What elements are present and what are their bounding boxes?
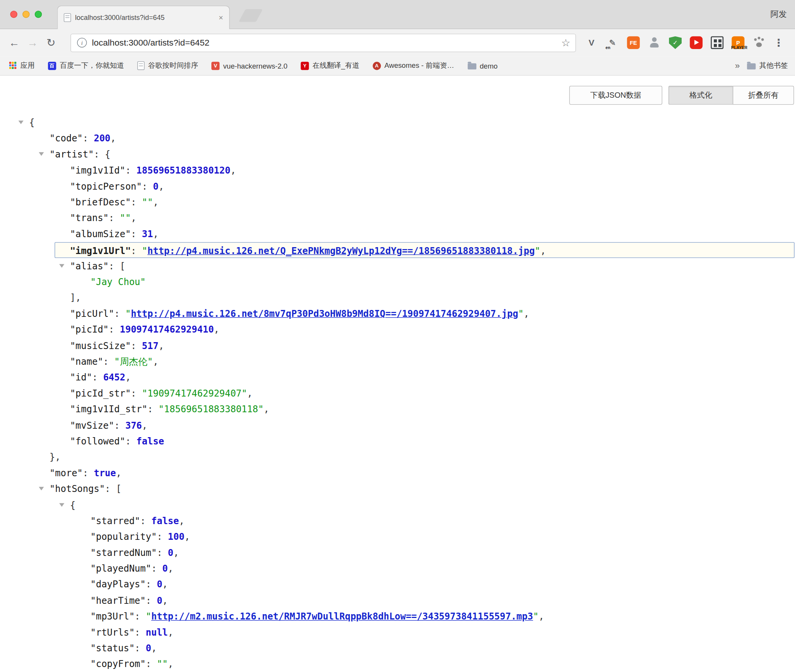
- collapse-arrow-icon[interactable]: [18, 121, 23, 124]
- json-url-link[interactable]: http://m2.music.126.net/RMJR7wDullRqppBk…: [151, 611, 533, 621]
- collapse-all-button[interactable]: 折叠所有: [733, 86, 794, 105]
- bookmark-vue-hackernews[interactable]: Vvue-hackernews-2.0: [211, 62, 288, 70]
- json-punct: ,: [168, 563, 173, 574]
- qr-code-extension-icon[interactable]: [711, 36, 723, 49]
- bookmark-youdao-translate[interactable]: Y在线翻译_有道: [301, 61, 359, 70]
- json-line: "picId": 19097417462929410,: [0, 321, 795, 338]
- player-extension-icon-glyph: P: [736, 39, 740, 46]
- format-button[interactable]: 格式化: [668, 86, 733, 105]
- json-value: 200: [94, 133, 110, 144]
- page-info-icon[interactable]: i: [77, 38, 87, 48]
- youdao-dict-pen-extension-icon[interactable]: ✎en: [606, 36, 619, 49]
- json-line: "topicPerson": 0,: [0, 178, 795, 194]
- fe-extension-icon[interactable]: FE: [627, 36, 640, 49]
- person-extension-icon[interactable]: [648, 36, 661, 49]
- json-punct: ,: [524, 308, 529, 319]
- json-punct: :: [125, 436, 136, 446]
- tab-close-icon[interactable]: ×: [219, 13, 223, 22]
- collapse-arrow-icon[interactable]: [59, 503, 64, 506]
- url-text[interactable]: localhost:3000/artists?id=6452: [92, 38, 557, 48]
- json-punct: {: [70, 499, 75, 510]
- bookmark-awesomes[interactable]: AAwesomes - 前端资…: [373, 61, 454, 70]
- bookmark-label: 百度一下，你就知道: [60, 61, 124, 70]
- json-line: ],: [0, 290, 795, 306]
- json-punct: :: [131, 340, 142, 351]
- letter-icon: 百: [48, 62, 56, 70]
- json-punct: :: [114, 420, 125, 430]
- browser-window: localhost:3000/artists?id=645 × 阿发 ← → ↻…: [0, 0, 795, 672]
- json-line: },: [0, 449, 795, 465]
- bookmark-apps[interactable]: 应用: [9, 61, 35, 70]
- json-line: "rtUrls": null,: [0, 624, 795, 640]
- page-icon: [137, 61, 145, 70]
- bookmark-baidu[interactable]: 百百度一下，你就知道: [48, 61, 124, 70]
- collapse-arrow-icon[interactable]: [59, 264, 64, 267]
- paw-extension-icon[interactable]: [752, 36, 765, 49]
- json-value: false: [151, 515, 179, 526]
- json-line: "picId_str": "19097417462929407",: [0, 385, 795, 402]
- json-url-link[interactable]: http://p4.music.126.net/8mv7qP30Pd3oHW8b…: [131, 308, 518, 319]
- profile-name[interactable]: 阿发: [770, 9, 787, 20]
- json-key: "copyFrom": [90, 659, 146, 669]
- fullscreen-window-button[interactable]: [35, 11, 42, 18]
- json-punct: ],: [70, 292, 81, 303]
- json-line: "starred": false,: [0, 513, 795, 529]
- json-key: "rtUrls": [90, 627, 135, 638]
- json-punct: ,: [153, 356, 158, 367]
- tab-title: localhost:3000/artists?id=645: [75, 14, 216, 21]
- download-json-button[interactable]: 下载JSON数据: [569, 86, 662, 105]
- json-string: ": [535, 245, 540, 256]
- json-key: "img1v1Id": [70, 165, 125, 175]
- bookmark-google-time-sort[interactable]: 谷歌按时间排序: [137, 61, 198, 70]
- json-key: "followed": [70, 436, 125, 446]
- json-value: 6452: [103, 372, 125, 383]
- browser-menu-icon[interactable]: ⋮: [772, 36, 785, 49]
- json-line: "mp3Url": "http://m2.music.126.net/RMJR7…: [0, 608, 795, 624]
- json-line: "mvSize": 376,: [0, 417, 795, 433]
- close-window-button[interactable]: [10, 11, 18, 18]
- bookmark-other-bookmarks[interactable]: 其他书签: [747, 61, 788, 70]
- json-value: 0: [146, 643, 151, 654]
- back-button[interactable]: ←: [7, 36, 21, 49]
- collapse-arrow-icon[interactable]: [39, 152, 44, 156]
- json-punct: :: [131, 228, 142, 239]
- shield-extension-icon[interactable]: ✓: [669, 36, 682, 49]
- json-line: "artist": {: [0, 146, 795, 162]
- shield-extension-icon-glyph: ✓: [673, 39, 678, 46]
- forward-button[interactable]: →: [26, 36, 40, 49]
- youtube-extension-icon[interactable]: [690, 36, 702, 49]
- json-url-link[interactable]: http://p4.music.126.net/Q_ExePNkmgB2yWyL…: [147, 245, 535, 256]
- new-tab-button[interactable]: [239, 9, 263, 22]
- player-extension-icon-subtext: PLAYER: [731, 46, 747, 50]
- json-string: "Jay Chou": [90, 276, 146, 287]
- json-line: "hearTime": 0,: [0, 592, 795, 608]
- json-actions-row: 下载JSON数据 格式化 折叠所有: [0, 86, 794, 105]
- minimize-window-button[interactable]: [23, 11, 30, 18]
- json-punct: ,: [168, 627, 173, 638]
- bookmarks-list: 应用百百度一下，你就知道谷歌按时间排序Vvue-hackernews-2.0Y在…: [9, 61, 735, 70]
- address-bar[interactable]: i localhost:3000/artists?id=6452 ☆: [70, 33, 576, 52]
- json-punct: ,: [125, 372, 131, 383]
- json-value: 0: [157, 595, 162, 606]
- player-extension-icon[interactable]: PPLAYER: [732, 36, 744, 49]
- json-punct: :: [135, 643, 146, 654]
- folder-icon: [747, 63, 756, 69]
- reload-button[interactable]: ↻: [44, 36, 58, 49]
- json-line: "hotSongs": [: [0, 481, 795, 497]
- json-line: "more": true,: [0, 465, 795, 481]
- browser-tab[interactable]: localhost:3000/artists?id=645 ×: [57, 6, 230, 29]
- collapse-arrow-icon[interactable]: [39, 487, 44, 490]
- json-punct: ,: [110, 133, 116, 144]
- json-punct: ,: [162, 579, 168, 590]
- bookmark-demo[interactable]: demo: [468, 62, 498, 70]
- bookmarks-overflow-icon[interactable]: »: [735, 61, 740, 71]
- json-punct: : [: [105, 484, 121, 494]
- json-value: 100: [168, 531, 184, 542]
- json-string: ": [125, 308, 131, 319]
- json-punct: :: [157, 531, 168, 542]
- bookmark-star-icon[interactable]: ☆: [561, 36, 570, 49]
- vimium-extension-icon[interactable]: V: [585, 36, 598, 49]
- json-punct: :: [135, 627, 146, 638]
- json-punct: ,: [142, 420, 147, 430]
- json-string: "周杰伦": [114, 356, 153, 367]
